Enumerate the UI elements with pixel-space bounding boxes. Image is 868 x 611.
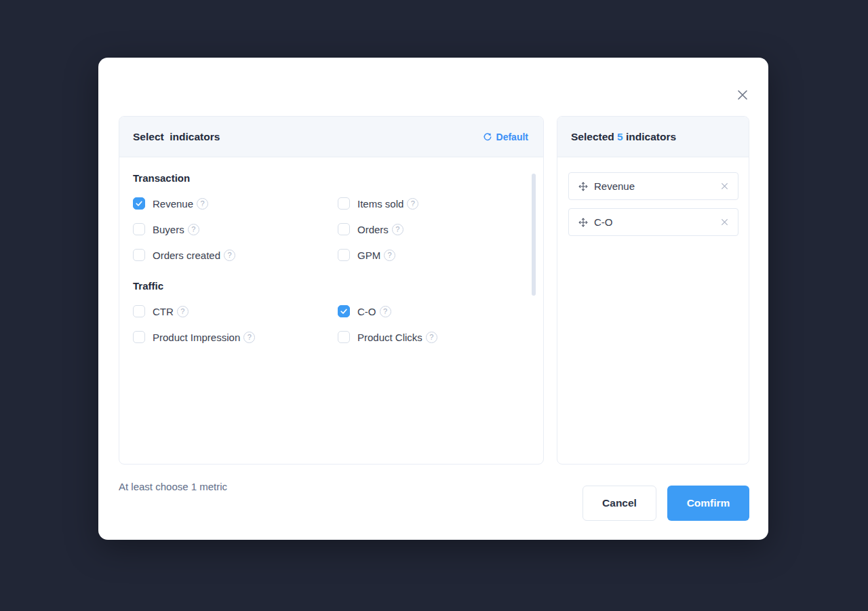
help-icon[interactable]: ? [392,224,403,235]
checkbox[interactable] [338,331,350,343]
transaction-grid: Revenue ? Items sold ? Buyers ? Orders ? [133,191,530,268]
select-indicators-title: Select indicators [133,131,220,143]
checkbox-label: GPM [357,250,380,261]
checkbox-item-product-clicks[interactable]: Product Clicks ? [338,324,542,350]
selected-suffix: indicators [623,131,676,142]
traffic-grid: CTR ? C-O ? Product Impression ? Product… [133,298,530,350]
checkbox[interactable] [133,249,145,261]
scrollbar-thumb[interactable] [532,174,536,296]
checkbox-item-gpm[interactable]: GPM ? [338,242,542,268]
select-indicators-panel: Select indicators Default Transaction Re… [119,116,544,465]
move-icon[interactable] [578,218,588,227]
section-title-transaction: Transaction [133,172,530,184]
checkbox-label: Items sold [357,198,403,210]
selected-indicators-title: Selected 5 indicators [571,131,676,143]
checkbox[interactable] [338,305,350,317]
refresh-icon [483,132,492,142]
close-icon[interactable] [735,87,750,102]
checkbox-item-orders[interactable]: Orders ? [338,216,542,242]
checkbox-item-revenue[interactable]: Revenue ? [133,191,338,216]
checkbox-label: Revenue [153,198,193,210]
footer-hint: At least choose 1 metric [119,481,227,492]
checkbox[interactable] [338,249,350,261]
checkbox-label: Product Impression [153,332,240,343]
checkbox-label: C-O [357,306,376,317]
section-title-traffic: Traffic [133,280,530,292]
checkbox-item-c-o[interactable]: C-O ? [338,298,542,324]
remove-icon[interactable] [721,182,728,190]
help-icon[interactable]: ? [177,306,189,317]
selected-item-c-o[interactable]: C-O [568,208,738,236]
checkbox-item-ctr[interactable]: CTR ? [133,298,338,324]
help-icon[interactable]: ? [380,306,391,317]
checkbox[interactable] [133,331,145,343]
checkbox-item-items-sold[interactable]: Items sold ? [338,191,542,216]
help-icon[interactable]: ? [384,250,395,261]
selected-indicators-header: Selected 5 indicators [557,117,749,157]
checkbox-label: Orders [357,224,389,235]
help-icon[interactable]: ? [407,198,418,210]
confirm-button[interactable]: Comfirm [667,486,749,521]
remove-icon[interactable] [721,218,728,226]
checkbox-label: Product Clicks [357,332,422,343]
checkbox[interactable] [133,305,145,317]
help-icon[interactable]: ? [224,250,235,261]
default-label: Default [496,132,528,142]
checkbox-item-product-impression[interactable]: Product Impression ? [133,324,338,350]
checkbox[interactable] [133,223,145,235]
checkbox-label: Buyers [153,224,184,235]
selected-count: 5 [617,131,623,142]
help-icon[interactable]: ? [197,198,208,210]
selected-item-label: Revenue [594,180,721,192]
indicator-list: Transaction Revenue ? Items sold ? Buyer… [119,157,543,350]
checkbox-item-orders-created[interactable]: Orders created ? [133,242,338,268]
select-indicators-header: Select indicators Default [119,117,543,157]
help-icon[interactable]: ? [188,224,199,235]
selected-item-revenue[interactable]: Revenue [568,172,738,200]
checkbox[interactable] [338,197,350,210]
checkbox[interactable] [133,197,145,210]
checkbox[interactable] [338,223,350,235]
help-icon[interactable]: ? [243,332,255,343]
custom-metrics-modal: Custom Metrics Select indicators Default… [98,58,768,540]
selected-item-label: C-O [594,216,721,228]
checkbox-label: Orders created [153,250,220,261]
cancel-button[interactable]: Cancel [583,486,656,521]
selected-prefix: Selected [571,131,617,142]
checkbox-item-buyers[interactable]: Buyers ? [133,216,338,242]
checkbox-label: CTR [153,306,174,317]
help-icon[interactable]: ? [426,332,437,343]
selected-indicators-panel: Selected 5 indicators Revenue [557,116,749,465]
selected-list: Revenue C-O [557,157,749,236]
move-icon[interactable] [578,182,588,191]
default-reset-button[interactable]: Default [483,132,528,142]
